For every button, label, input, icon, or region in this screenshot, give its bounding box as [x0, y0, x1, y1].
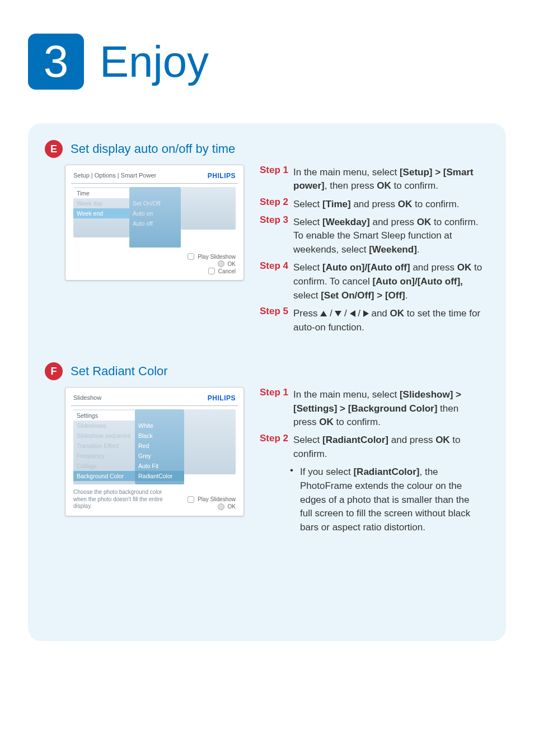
cancel-icon — [208, 268, 215, 274]
opt-radiant: RadiantColor — [135, 471, 184, 481]
chapter-number-box: 3 — [28, 34, 84, 90]
section-e-header: E Set display auto on/off by time — [45, 140, 246, 158]
opt-autooff: Auto off — [129, 218, 181, 228]
opt-setonoff: Set On/Off — [129, 198, 181, 208]
step-e5-text: Press / / / and OK to set the time for a… — [293, 307, 484, 334]
divider — [71, 183, 238, 184]
badge-e: E — [45, 140, 63, 158]
row-frequency: Frequency — [73, 451, 135, 461]
brand-logo: PHILIPS — [208, 172, 236, 180]
badge-f: F — [45, 362, 63, 380]
row-collage: Collage — [73, 461, 135, 471]
step-e1: Step 1 In the main menu, select [Setup] … — [260, 164, 484, 193]
chapter-header: 3 Enjoy — [28, 34, 506, 90]
tab-settings: Settings — [73, 410, 135, 421]
chapter-number: 3 — [44, 36, 69, 87]
foot-play: Play Slideshow — [198, 254, 236, 260]
hint-f: Choose the photo background color when t… — [73, 489, 163, 510]
opt-grey: Grey — [135, 451, 184, 461]
opt-autoon: Auto on — [129, 208, 181, 218]
content-panel: E Set display auto on/off by time Setup … — [28, 123, 506, 641]
section-f-left: F Set Radiant Color Slideshow PHILIPS Se… — [45, 362, 246, 536]
bullet-f-text: If you select [RadiantColor], the PhotoF… — [300, 465, 484, 534]
section-f-header: F Set Radiant Color — [45, 362, 246, 380]
play-icon — [188, 253, 194, 260]
row-weekend: Week end — [73, 208, 129, 218]
step-e4-text: Select [Auto on]/[Auto off] and press OK… — [293, 261, 484, 302]
step-f1: Step 1 In the main menu, select [Slidesh… — [260, 386, 484, 430]
divider — [71, 405, 238, 406]
menu-e: Time Week day Week end Set On/Off Auto o… — [73, 187, 236, 248]
play-icon — [188, 496, 194, 503]
step-f1-text: In the main menu, select [Slideshow] > [… — [293, 388, 484, 430]
step-e2-text: Select [Time] and press OK to confirm. — [293, 198, 484, 212]
brand-logo: PHILIPS — [208, 394, 236, 402]
opt-red: Red — [135, 441, 184, 451]
ok-icon — [218, 260, 224, 267]
section-f: F Set Radiant Color Slideshow PHILIPS Se… — [45, 362, 484, 536]
opt-black: Black — [135, 431, 184, 441]
section-e-steps: Step 1 In the main menu, select [Setup] … — [260, 140, 484, 337]
breadcrumb-f: Slideshow — [73, 394, 101, 402]
opt-autofit: Auto Fit — [135, 461, 184, 471]
step-e1-text: In the main menu, select [Setup] > [Smar… — [293, 166, 484, 193]
row-slideshows: Slideshows — [73, 421, 135, 431]
ok-icon — [218, 503, 224, 510]
section-f-title: Set Radiant Color — [71, 364, 168, 379]
step-e4: Step 4 Select [Auto on]/[Auto off] and p… — [260, 259, 484, 303]
screenshot-f: Slideshow PHILIPS Settings Slideshows Sl… — [65, 387, 244, 516]
row-bgcolor: Background Color — [73, 471, 135, 481]
section-e: E Set display auto on/off by time Setup … — [45, 140, 484, 337]
menu-f: Settings Slideshows Slideshow sequence T… — [73, 409, 236, 484]
row-sequence: Slideshow sequence — [73, 431, 135, 441]
footer-e: Play Slideshow OK Cancel — [73, 253, 236, 274]
step-f2: Step 2 Select [RadiantColor] and press O… — [260, 432, 484, 461]
footer-f: Play Slideshow OK — [188, 496, 236, 510]
row-weekday: Week day — [73, 198, 129, 208]
step-e3: Step 3 Select [Weekday] and press OK to … — [260, 213, 484, 257]
foot-play-f: Play Slideshow — [198, 496, 236, 502]
section-e-title: Set display auto on/off by time — [71, 142, 235, 156]
chapter-title: Enjoy — [100, 36, 209, 87]
foot-ok-f: OK — [228, 503, 236, 510]
breadcrumb-e: Setup | Options | Smart Power — [73, 172, 156, 180]
step-f2-text: Select [RadiantColor] and press OK to co… — [293, 433, 484, 461]
foot-cancel: Cancel — [218, 268, 236, 274]
step-e2: Step 2 Select [Time] and press OK to con… — [260, 195, 484, 211]
opt-white: White — [135, 421, 184, 431]
row-transition: Transition Effect — [73, 441, 135, 451]
tab-time: Time — [73, 188, 129, 198]
screenshot-e: Setup | Options | Smart Power PHILIPS Ti… — [65, 165, 244, 281]
section-e-left: E Set display auto on/off by time Setup … — [45, 140, 246, 337]
step-e3-text: Select [Weekday] and press OK to confirm… — [293, 216, 484, 257]
bullet-f: • If you select [RadiantColor], the Phot… — [260, 464, 484, 535]
foot-ok: OK — [228, 261, 236, 267]
section-f-steps: Step 1 In the main menu, select [Slidesh… — [260, 362, 484, 536]
step-e5: Step 5 Press / / / and OK to set the tim… — [260, 305, 484, 334]
page: 3 Enjoy E Set display auto on/off by tim… — [0, 0, 534, 756]
